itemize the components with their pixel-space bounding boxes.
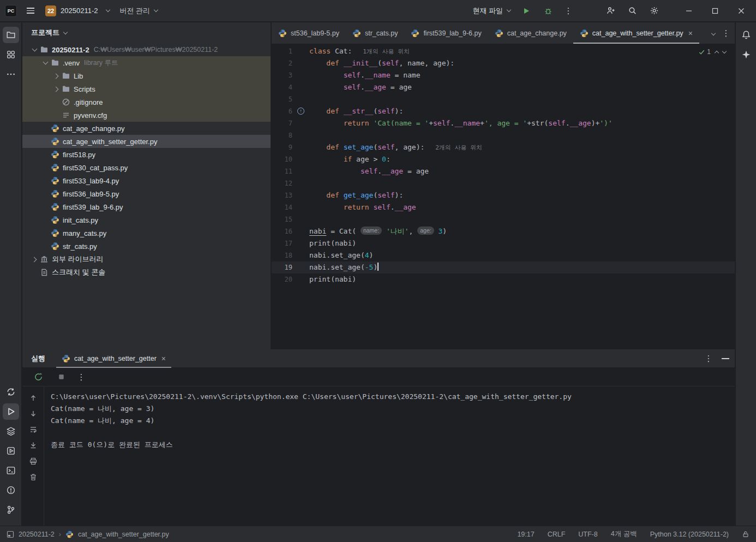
tree-item[interactable]: first518.py	[22, 148, 271, 161]
line-number[interactable]: 17	[272, 237, 292, 249]
line-number[interactable]: 6	[272, 105, 292, 117]
chevron-down-icon[interactable]	[30, 45, 39, 54]
maximize-button[interactable]	[706, 3, 724, 19]
line-number[interactable]: 9	[272, 141, 292, 153]
python-console-icon[interactable]	[3, 384, 19, 400]
up-icon[interactable]	[26, 391, 40, 405]
code-line[interactable]: 1class Cat: 1개의 사용 위치	[272, 45, 735, 57]
gutter[interactable]	[292, 57, 308, 69]
hide-tool-window-icon[interactable]	[722, 358, 729, 359]
code-line[interactable]: 18nabi.set_age(4)	[272, 249, 735, 261]
gutter[interactable]	[292, 153, 308, 165]
terminal-icon[interactable]	[3, 462, 19, 479]
code-line[interactable]: 3 self.__name = name	[272, 69, 735, 81]
soft-wrap-icon[interactable]	[26, 422, 40, 437]
run-config-selector[interactable]: 현재 파일	[471, 4, 512, 18]
tree-item[interactable]: init_cats.py	[22, 213, 271, 227]
code-line[interactable]: 13 def get_age(self):	[272, 189, 735, 201]
ai-assistant-icon[interactable]	[738, 46, 754, 63]
gutter[interactable]	[292, 249, 308, 261]
tree-item[interactable]: 스크래치 및 콘솔	[22, 266, 271, 279]
layout-icon[interactable]	[7, 531, 14, 538]
main-menu-icon[interactable]	[25, 5, 37, 16]
gutter[interactable]	[292, 117, 308, 129]
code-line[interactable]: 10 if age > 0:	[272, 153, 735, 165]
code-line[interactable]: 14 return self.__age	[272, 201, 735, 213]
encoding-indicator[interactable]: UTF-8	[578, 531, 597, 538]
line-number[interactable]: 13	[272, 189, 292, 201]
line-number[interactable]: 16	[272, 225, 292, 237]
run-toolbar-options-icon[interactable]: ⋮	[76, 372, 87, 382]
debug-button[interactable]	[541, 4, 555, 18]
gutter[interactable]	[292, 69, 308, 81]
indent-indicator[interactable]: 4개 공백	[611, 529, 637, 539]
notifications-bell-icon[interactable]	[738, 27, 754, 43]
hidden-tabs-icon[interactable]	[711, 31, 716, 35]
gutter[interactable]	[292, 81, 308, 93]
rerun-icon[interactable]	[30, 369, 46, 385]
close-tab-icon[interactable]: ×	[688, 29, 693, 38]
vcs-widget[interactable]: 버전 관리	[118, 4, 159, 18]
line-number[interactable]: 10	[272, 153, 292, 165]
minimize-button[interactable]	[680, 3, 698, 19]
status-file[interactable]: cat_age_with_setter_getter.py	[78, 531, 169, 538]
code-line[interactable]: 5	[272, 93, 735, 105]
caret-position[interactable]: 19:17	[517, 531, 534, 538]
gutter[interactable]	[292, 273, 308, 285]
code-line[interactable]: 8	[272, 129, 735, 141]
line-number[interactable]: 19	[272, 261, 292, 273]
gutter[interactable]	[292, 261, 308, 273]
line-number[interactable]: 7	[272, 117, 292, 129]
editor-tab[interactable]: first539_lab_9-6.py	[404, 22, 488, 44]
run-button[interactable]	[519, 4, 533, 18]
tree-item[interactable]: first539_lab_9-6.py	[22, 200, 271, 213]
project-panel-header[interactable]: 프로젝트	[22, 22, 271, 43]
line-number[interactable]: 12	[272, 177, 292, 189]
tree-item[interactable]: Lib	[22, 69, 271, 82]
line-number[interactable]: 3	[272, 69, 292, 81]
gutter[interactable]	[292, 213, 308, 225]
problems-icon[interactable]	[3, 482, 19, 498]
line-number[interactable]: 11	[272, 165, 292, 177]
status-project[interactable]: 20250211-2	[19, 531, 55, 538]
tree-item[interactable]: cat_age_with_setter_getter.py	[22, 135, 271, 148]
gutter[interactable]	[292, 189, 308, 201]
line-number[interactable]: 8	[272, 129, 292, 141]
lock-icon[interactable]	[742, 531, 749, 538]
chevron-right-icon[interactable]	[52, 85, 61, 93]
tree-item[interactable]: first536_lab9-5.py	[22, 187, 271, 200]
gutter[interactable]	[292, 141, 308, 153]
gutter[interactable]	[292, 177, 308, 189]
line-number[interactable]: 2	[272, 57, 292, 69]
down-icon[interactable]	[26, 407, 40, 421]
stop-icon[interactable]	[53, 369, 69, 385]
run-options-icon[interactable]: ⋮	[703, 354, 714, 364]
tree-item[interactable]: str_cats.py	[22, 240, 271, 253]
tree-item[interactable]: .venvlibrary 루트	[22, 56, 271, 69]
code-line[interactable]: 15	[272, 213, 735, 225]
code-line[interactable]: 20print(nabi)	[272, 273, 735, 285]
packages-icon[interactable]	[3, 423, 19, 439]
code-line[interactable]: 6↑ def __str__(self):	[272, 105, 735, 117]
line-ending-indicator[interactable]: CRLF	[548, 531, 566, 538]
chevron-down-icon[interactable]	[41, 58, 50, 67]
more-actions-icon[interactable]: ⋮	[563, 6, 574, 16]
console-output[interactable]: C:\Users\user\Pictures\20250211-2\.venv\…	[44, 386, 735, 526]
line-number[interactable]: 5	[272, 93, 292, 105]
next-problem-icon[interactable]	[722, 49, 727, 53]
code-line[interactable]: 16nabi = Cat( name: '나비', age: 3)	[272, 225, 735, 237]
gutter[interactable]: ↑	[292, 105, 308, 117]
tree-item[interactable]: 외부 라이브러리	[22, 253, 271, 266]
line-number[interactable]: 14	[272, 201, 292, 213]
gutter[interactable]	[292, 237, 308, 249]
tree-item[interactable]: pyvenv.cfg	[22, 109, 271, 122]
line-number[interactable]: 4	[272, 81, 292, 93]
prev-problem-icon[interactable]	[715, 50, 719, 55]
code-line[interactable]: 19nabi.set_age(-5)	[272, 261, 735, 273]
editor-tab[interactable]: str_cats.py	[346, 22, 404, 44]
gutter[interactable]	[292, 45, 308, 57]
tree-item[interactable]: cat_age_change.py	[22, 122, 271, 135]
chevron-right-icon[interactable]	[30, 255, 39, 264]
services-icon[interactable]	[3, 443, 19, 459]
more-icon[interactable]	[3, 66, 19, 82]
